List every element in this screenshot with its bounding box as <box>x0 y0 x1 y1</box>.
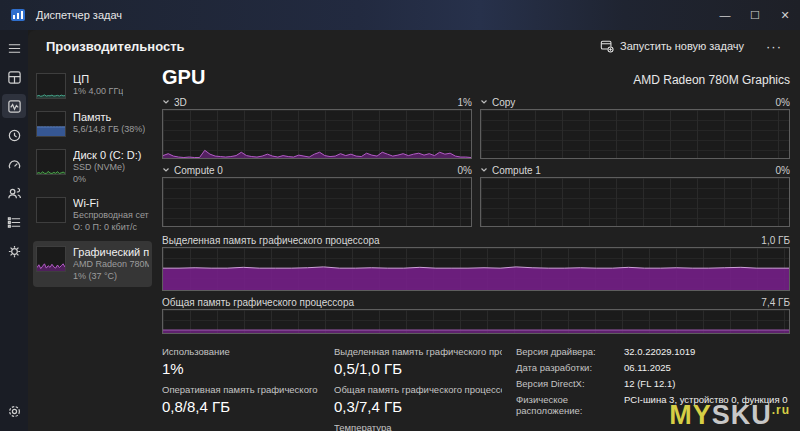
directx-version-value: 12 (FL 12.1) <box>624 378 675 389</box>
gpu-page-title: GPU <box>162 66 633 89</box>
chevron-down-icon[interactable] <box>162 166 170 174</box>
wifi-tile-network: Беспроводная сеть <box>73 209 149 221</box>
run-new-task-button[interactable]: Запустить новую задачу <box>592 35 752 57</box>
sidebar-item-services[interactable] <box>2 239 26 263</box>
chart-compute1-label: Compute 1 <box>492 165 776 176</box>
chart-dedicated-memory <box>162 247 790 291</box>
driver-date-label: Дата разработки: <box>516 362 624 373</box>
tile-gpu[interactable]: Графический процессор AMD Radeon 780M Gr… <box>33 241 152 287</box>
temperature-label: Температура <box>334 422 502 431</box>
shared-memory-label: Общая память графического процессора <box>334 384 502 395</box>
sidebar-item-startup-apps[interactable] <box>2 152 26 176</box>
dedicated-memory-chart-label: Выделенная память графического процессор… <box>162 235 761 246</box>
shared-memory-chart-label: Общая память графического процессора <box>162 297 761 308</box>
physical-location-label: Физическое расположение: <box>516 394 624 416</box>
chart-3d <box>162 109 472 159</box>
chart-compute0-label: Compute 0 <box>174 165 458 176</box>
cpu-tile-value: 1% 4,00 ГГц <box>73 85 123 97</box>
chart-compute0-value: 0% <box>458 165 472 176</box>
memory-tile-title: Память <box>73 111 145 123</box>
cpu-tile-title: ЦП <box>73 73 123 85</box>
sidebar-item-details[interactable] <box>2 210 26 234</box>
more-options-button[interactable]: ··· <box>758 37 790 56</box>
dedicated-memory-chart-max: 1,0 ГБ <box>761 235 790 246</box>
wifi-tile-title: Wi-Fi <box>73 197 149 209</box>
cpu-mini-chart <box>36 73 66 99</box>
chart-copy <box>480 109 790 159</box>
titlebar: Диспетчер задач — ☐ ✕ <box>0 0 800 30</box>
history-icon <box>7 128 22 143</box>
tile-disk[interactable]: Диск 0 (C: D:) SSD (NVMe) 0% <box>33 144 152 190</box>
details-icon <box>7 215 22 230</box>
shared-memory-chart-max: 7,4 ГБ <box>761 297 790 308</box>
watermark-sku: SKU <box>712 400 772 430</box>
sidebar-item-performance[interactable] <box>2 94 26 118</box>
tile-cpu[interactable]: ЦП 1% 4,00 ГГц <box>33 68 152 104</box>
services-icon <box>7 244 22 259</box>
page-header: Производительность Запустить новую задач… <box>28 30 800 62</box>
dedicated-memory-label: Выделенная память графического процессор… <box>334 346 502 357</box>
chart-3d-label: 3D <box>174 97 458 108</box>
new-task-icon <box>600 39 614 53</box>
settings-icon[interactable] <box>2 399 26 423</box>
wifi-tile-value: О: 0 П: 0 кбит/с <box>73 221 149 233</box>
memory-mini-chart <box>36 111 66 137</box>
shared-memory-value: 0,3/7,4 ГБ <box>334 398 502 415</box>
mysku-watermark: MYSKU.ru <box>669 402 790 429</box>
chevron-down-icon[interactable] <box>480 166 488 174</box>
window-title: Диспетчер задач <box>36 9 710 21</box>
driver-version-value: 32.0.22029.1019 <box>624 346 695 357</box>
performance-tiles-panel: ЦП 1% 4,00 ГГц Память 5,6/14,8 ГБ (38%) … <box>28 62 154 431</box>
gpu-tile-title: Графический процессор <box>73 246 149 258</box>
tile-memory[interactable]: Память 5,6/14,8 ГБ (38%) <box>33 106 152 142</box>
dedicated-memory-value: 0,5/1,0 ГБ <box>334 360 502 377</box>
gpu-tile-value: 1% (37 °C) <box>73 270 149 282</box>
startup-icon <box>7 157 22 172</box>
content-area: Производительность Запустить новую задач… <box>28 30 800 431</box>
disk-tile-type: SSD (NVMe) <box>73 161 142 173</box>
chart-compute1-value: 0% <box>776 165 790 176</box>
watermark-ru: .ru <box>772 403 790 417</box>
disk-tile-value: 0% <box>73 173 142 185</box>
wifi-mini-chart <box>36 197 66 223</box>
sidebar-item-users[interactable] <box>2 181 26 205</box>
gpu-ram-value: 0,8/8,4 ГБ <box>162 398 320 415</box>
menu-icon[interactable] <box>2 36 26 60</box>
sidebar-rail <box>0 30 28 431</box>
chart-compute1 <box>480 177 790 227</box>
chevron-down-icon[interactable] <box>480 98 488 106</box>
maximize-button[interactable]: ☐ <box>740 0 770 30</box>
gpu-tile-device: AMD Radeon 780M Graphics <box>73 258 149 270</box>
chart-copy-value: 0% <box>776 97 790 108</box>
chart-3d-value: 1% <box>458 97 472 108</box>
gpu-device-name: AMD Radeon 780M Graphics <box>633 73 790 87</box>
tile-wifi[interactable]: Wi-Fi Беспроводная сеть О: 0 П: 0 кбит/с <box>33 192 152 238</box>
gpu-panel: GPU AMD Radeon 780M Graphics 3D 1% Copy <box>154 62 800 431</box>
sidebar-item-processes[interactable] <box>2 65 26 89</box>
disk-mini-chart <box>36 149 66 175</box>
chevron-down-icon[interactable] <box>162 98 170 106</box>
usage-label: Использование <box>162 346 320 357</box>
performance-icon <box>7 99 22 114</box>
users-icon <box>7 186 22 201</box>
driver-version-label: Версия драйвера: <box>516 346 624 357</box>
page-title: Производительность <box>46 39 592 54</box>
disk-tile-title: Диск 0 (C: D:) <box>73 149 142 161</box>
directx-version-label: Версия DirectX: <box>516 378 624 389</box>
processes-icon <box>7 70 22 85</box>
gpu-ram-label: Оперативная память графического процессо… <box>162 384 320 395</box>
usage-value: 1% <box>162 360 320 377</box>
task-manager-app-icon <box>10 7 26 23</box>
memory-tile-value: 5,6/14,8 ГБ (38%) <box>73 123 145 135</box>
sidebar-item-app-history[interactable] <box>2 123 26 147</box>
chart-shared-memory <box>162 309 790 334</box>
minimize-button[interactable]: — <box>710 0 740 30</box>
gpu-mini-chart <box>36 246 66 272</box>
close-button[interactable]: ✕ <box>770 0 800 30</box>
run-new-task-label: Запустить новую задачу <box>620 40 744 52</box>
watermark-my: MY <box>669 400 712 430</box>
chart-compute0 <box>162 177 472 227</box>
driver-date-value: 06.11.2025 <box>624 362 671 373</box>
chart-copy-label: Copy <box>492 97 776 108</box>
